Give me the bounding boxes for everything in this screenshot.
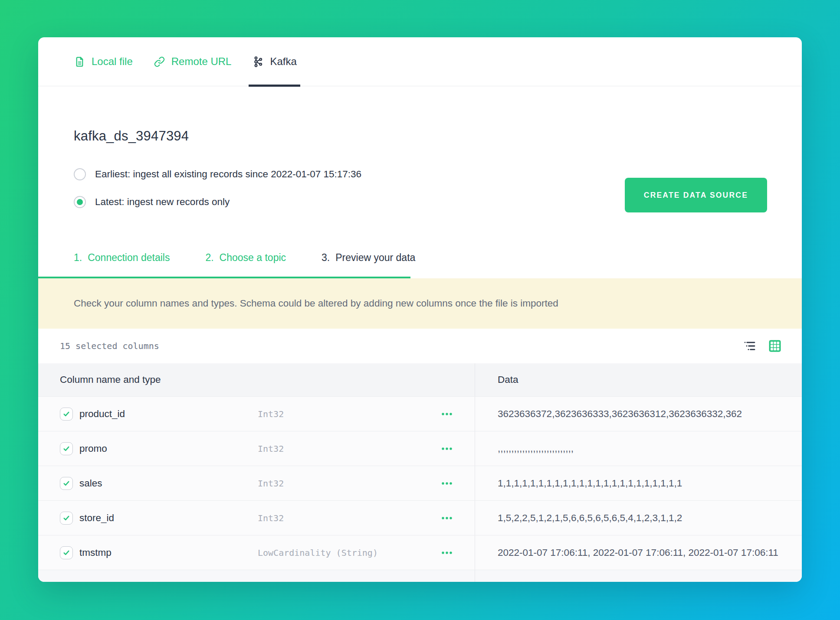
view-switcher	[744, 340, 781, 352]
check-icon	[62, 549, 70, 557]
check-icon	[62, 514, 70, 522]
table-row: store_id Int32 1,5,2,2,5,1,2,1,5,6,6,5,6…	[38, 500, 802, 535]
step-number: 3.	[322, 251, 330, 264]
tab-label: Local file	[92, 55, 133, 68]
tab-local-file[interactable]: Local file	[74, 37, 133, 86]
column-name: store_id	[79, 512, 114, 524]
tab-label: Remote URL	[171, 55, 232, 68]
step-label: Choose a topic	[220, 251, 286, 264]
step-number: 2.	[205, 251, 213, 264]
column-checkbox[interactable]	[60, 408, 73, 421]
column-menu-button[interactable]	[440, 411, 454, 418]
column-type: Int32	[258, 513, 284, 523]
column-menu-button[interactable]	[440, 445, 454, 452]
column-type: Int32	[258, 444, 284, 454]
ingest-options: Earliest: ingest all existing records si…	[74, 168, 766, 208]
header-data: Data	[475, 363, 802, 396]
banner-message: Check your column names and types. Schem…	[74, 298, 558, 309]
radio-earliest-label: Earliest: ingest all existing records si…	[95, 169, 361, 180]
preview-table-header: Column name and type Data	[38, 363, 802, 396]
radio-earliest-circle[interactable]	[74, 168, 86, 180]
wizard-steps: 1. Connection details 2. Choose a topic …	[74, 251, 766, 264]
header-column-name-and-type: Column name and type	[38, 363, 475, 396]
datasource-name: kafka_ds_3947394	[74, 128, 766, 144]
column-checkbox[interactable]	[60, 442, 73, 455]
schema-info-banner: Check your column names and types. Schem…	[38, 278, 802, 329]
column-checkbox[interactable]	[60, 546, 73, 559]
source-type-tabbar: Local file Remote URL Kafka	[38, 37, 802, 86]
step-label: Connection details	[88, 251, 170, 264]
datasource-modal: Local file Remote URL Kafka CREATE DATA …	[38, 37, 802, 582]
column-preview-data: 1,1,1,1,1,1,1,1,1,1,1,1,1,1,1,1,1,1,1,1,…	[498, 478, 682, 489]
tab-remote-url[interactable]: Remote URL	[154, 37, 232, 86]
tab-label: Kafka	[270, 55, 296, 68]
link-icon	[154, 56, 165, 68]
column-menu-button[interactable]	[440, 549, 454, 556]
radio-latest[interactable]: Latest: ingest new records only	[74, 196, 766, 208]
document-icon	[74, 56, 85, 68]
column-name: sales	[79, 478, 102, 489]
ellipsis-icon	[441, 482, 453, 485]
preview-toolbar: 15 selected columns	[38, 329, 802, 363]
column-type: Int32	[258, 409, 284, 419]
ellipsis-icon	[441, 447, 453, 450]
step-preview-data[interactable]: 3. Preview your data	[322, 251, 415, 264]
table-row: sales Int32 1,1,1,1,1,1,1,1,1,1,1,1,1,1,…	[38, 466, 802, 500]
radio-latest-label: Latest: ingest new records only	[95, 196, 230, 208]
column-checkbox[interactable]	[60, 477, 73, 490]
column-menu-button[interactable]	[440, 480, 454, 487]
ellipsis-icon	[441, 516, 453, 520]
grid-view-icon[interactable]	[769, 340, 781, 352]
column-name: promo	[79, 443, 107, 454]
column-type: LowCardinality (String)	[258, 548, 378, 558]
column-preview-data: 2022-01-07 17:06:11, 2022-01-07 17:06:11…	[498, 547, 778, 558]
column-preview-data: ,,,,,,,,,,,,,,,,,,,,,,,,,,,,	[498, 443, 574, 454]
table-row: tmstmp LowCardinality (String) 2022-01-0…	[38, 535, 802, 570]
radio-earliest[interactable]: Earliest: ingest all existing records si…	[74, 168, 766, 180]
radio-latest-circle[interactable]	[74, 196, 86, 208]
column-preview-data: 1,5,2,2,5,1,2,1,5,6,6,5,6,5,6,5,4,1,2,3,…	[498, 512, 682, 524]
table-row-partial	[38, 570, 802, 582]
column-name: tmstmp	[79, 547, 112, 558]
step-connection-details[interactable]: 1. Connection details	[74, 251, 170, 264]
column-name: product_id	[79, 408, 125, 420]
tree-list-icon[interactable]	[744, 340, 756, 352]
kafka-icon	[252, 56, 264, 68]
step-number: 1.	[74, 251, 82, 264]
kafka-form: kafka_ds_3947394 Earliest: ingest all ex…	[38, 128, 802, 264]
table-row: promo Int32 ,,,,,,,,,,,,,,,,,,,,,,,,,,,,	[38, 431, 802, 466]
ellipsis-icon	[441, 551, 453, 555]
check-icon	[62, 445, 70, 453]
check-icon	[62, 410, 70, 418]
step-label: Preview your data	[335, 251, 415, 264]
ellipsis-icon	[441, 412, 453, 416]
check-icon	[62, 480, 70, 487]
tab-kafka[interactable]: Kafka	[252, 37, 296, 86]
step-choose-topic[interactable]: 2. Choose a topic	[205, 251, 286, 264]
column-type: Int32	[258, 478, 284, 489]
table-row: product_id Int32 3623636372,3623636333,3…	[38, 396, 802, 431]
column-preview-data: 3623636372,3623636333,3623636312,3623636…	[498, 408, 742, 420]
column-checkbox[interactable]	[60, 512, 73, 525]
selected-columns-count: 15 selected columns	[60, 341, 159, 351]
column-menu-button[interactable]	[440, 515, 454, 522]
